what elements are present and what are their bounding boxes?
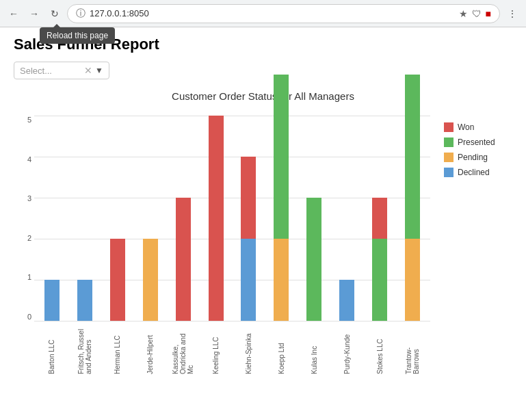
x-axis-label: Jerde-Hilpert [146,323,154,374]
bar-segment-won [209,116,224,321]
select-placeholder: Select... [20,66,81,76]
legend: WonPresentedPendingDeclined [444,116,512,376]
page-title: Sales Funnel Report [14,36,512,53]
x-label-cell: Trantow-Barrows [397,323,428,374]
bar-stack [241,157,256,321]
x-label-cell: Fritsch, Russel and Anders [70,323,100,374]
y-axis: 012345 [15,116,31,321]
bar-segment-pending [274,239,289,321]
x-label-cell: Kulas Inc [299,323,329,374]
legend-swatch [444,122,453,132]
legend-swatch [444,137,453,147]
address-action-icons: ★ 🛡 ■ [459,8,491,19]
x-axis-label: Kassulke, Ondricka and Mc [172,323,194,374]
reload-button[interactable]: ↻ Reload this page [47,5,63,22]
bar-stack [176,198,191,321]
bar-stack [209,116,224,321]
legend-label: Pending [458,153,488,162]
bar-group [299,116,329,321]
legend-label: Declined [458,168,490,177]
select-arrow-icon[interactable]: ▼ [95,66,103,75]
x-axis-label: Barton LLC [48,323,55,374]
x-label-cell: Koepp Ltd [266,323,296,374]
chart-inner: 012345 Barton LLCFritsch, Russel and And… [34,116,430,321]
chart-wrapper: 012345 Barton LLCFritsch, Russel and And… [14,116,512,376]
x-axis-label: Kiehn-Spinka [245,323,252,374]
x-label-cell: Purdy-Kunde [332,323,362,374]
legend-item: Pending [444,153,512,162]
bar-segment-won [372,198,387,239]
bar-group [397,116,428,321]
x-label-cell: Herman LLC [103,323,133,374]
legend-swatch [444,168,453,177]
bar-segment-declined [44,280,60,321]
bar-stack [306,198,321,321]
bar-segment-declined [241,239,256,321]
bar-stack [143,239,158,321]
bars-container [34,116,430,321]
bar-segment-pending [405,239,420,321]
x-label-cell: Barton LLC [37,323,67,374]
y-axis-label: 3 [15,194,31,202]
bar-group [234,116,264,321]
bar-stack [44,280,60,321]
y-axis-label: 4 [15,155,31,163]
x-axis-label: Purdy-Kunde [343,323,351,374]
bar-stack [405,75,420,321]
select-clear-icon[interactable]: ✕ [84,65,92,76]
x-axis-label: Fritsch, Russel and Anders [77,323,92,374]
bar-segment-declined [339,280,354,321]
x-axis-label: Kulas Inc [311,323,318,374]
bar-segment-declined [77,280,92,321]
bar-stack [372,198,387,321]
x-label-cell: Jerde-Hilpert [135,323,166,374]
bar-segment-presented [372,239,387,321]
x-axis-label: Trantow-Barrows [405,323,420,374]
manager-select[interactable]: Select... ✕ ▼ [14,62,109,79]
menu-button[interactable]: ⋮ [504,5,521,22]
legend-item: Declined [444,168,512,177]
legend-label: Presented [458,137,495,147]
grid-line [34,321,430,321]
bar-segment-presented [274,75,289,239]
bar-segment-presented [306,198,321,321]
x-label-cell: Keeling LLC [201,323,231,374]
back-button[interactable]: ← [5,5,22,22]
bar-group [365,116,395,321]
chart-area: 012345 Barton LLCFritsch, Russel and And… [14,116,430,376]
extension-icon: ■ [486,8,491,19]
bar-stack [274,75,289,321]
shield-icon: 🛡 [472,8,482,19]
x-axis-label: Stokes LLC [376,323,384,374]
chart-section: Customer Order Status for All Managers 0… [14,90,512,376]
x-label-cell: Kiehn-Spinka [234,323,264,374]
x-axis-label: Keeling LLC [212,323,220,374]
y-axis-label: 2 [15,234,31,242]
address-bar[interactable]: ⓘ 127.0.0.1:8050 ★ 🛡 ■ [67,4,500,23]
bar-stack [110,239,125,321]
bar-group [103,116,133,321]
browser-bar: ← → ↻ Reload this page ⓘ 127.0.0.1:8050 … [0,0,526,27]
bar-group [168,116,198,321]
legend-item: Won [444,122,512,132]
x-labels: Barton LLCFritsch, Russel and AndersHerm… [34,323,430,374]
y-axis-label: 0 [15,313,31,321]
forward-button[interactable]: → [26,5,42,22]
chart-title: Customer Order Status for All Managers [14,90,512,102]
x-axis-label: Herman LLC [114,323,121,374]
y-axis-label: 1 [15,273,31,281]
star-icon[interactable]: ★ [459,8,468,19]
bar-group [201,116,231,321]
bar-segment-won [110,239,125,321]
bar-stack [339,280,354,321]
y-axis-label: 5 [15,116,31,124]
bar-stack [77,280,92,321]
x-label-cell: Kassulke, Ondricka and Mc [168,323,198,374]
legend-label: Won [458,122,474,132]
bar-segment-pending [143,239,158,321]
bar-segment-presented [405,75,420,239]
bar-group [266,116,296,321]
x-label-cell: Stokes LLC [365,323,395,374]
x-axis-label: Koepp Ltd [278,323,285,374]
bar-group [135,116,166,321]
